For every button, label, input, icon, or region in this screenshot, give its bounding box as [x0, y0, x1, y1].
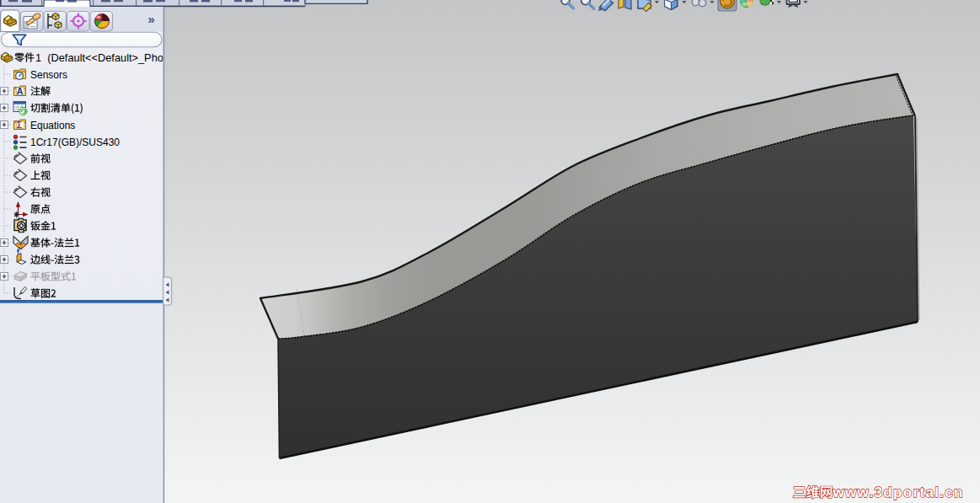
svg-text:»: »: [148, 13, 155, 26]
svg-text:Equations: Equations: [30, 120, 75, 131]
svg-text:Σ: Σ: [17, 120, 22, 130]
svg-text:1Cr17(GB)/SUS430: 1Cr17(GB)/SUS430: [30, 136, 120, 148]
svg-text:Sensors: Sensors: [30, 69, 67, 81]
svg-text:www.3dportal.cn: www.3dportal.cn: [833, 484, 963, 500]
svg-text:A: A: [17, 86, 24, 96]
svg-text:1 (Default<<Default>_Pho: 1 (Default<<Default>_Pho: [35, 51, 163, 64]
